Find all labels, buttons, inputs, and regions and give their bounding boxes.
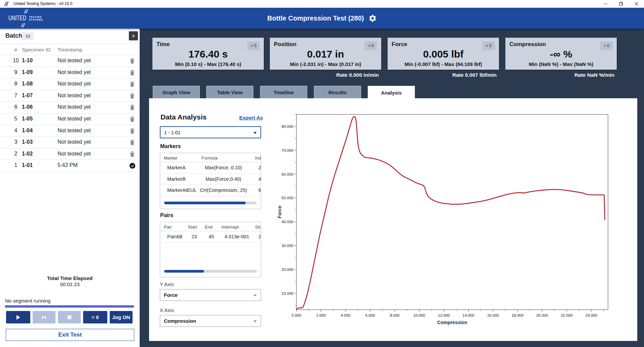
metric-value: 176.40 s	[152, 48, 264, 60]
batch-header: Batch 10 +	[0, 29, 140, 44]
svg-text:30.000: 30.000	[282, 244, 293, 248]
marker-row-MarkerAtEUL[interactable]: MarkerAtEULCH(Compression, 25)6	[160, 185, 261, 196]
specimen-row-1-03[interactable]: 31-03Not tested yet	[0, 137, 140, 148]
specimen-timestamp: Not tested yet	[58, 151, 91, 157]
step-button[interactable]	[33, 311, 56, 323]
specimen-row-1-05[interactable]: 51-05Not tested yet	[0, 113, 140, 125]
metric-rate-force: Rate 0.007 lbf/min	[388, 72, 499, 78]
stop-button[interactable]	[58, 311, 81, 323]
export-as-link[interactable]: Export As	[239, 115, 263, 120]
specimen-selector[interactable]: 1 - 1-01	[160, 126, 261, 138]
specimen-num: 5	[11, 116, 21, 122]
markers-heading: Markers	[160, 143, 181, 149]
svg-text:8.000: 8.000	[390, 313, 400, 317]
y-axis-selector[interactable]: Force	[160, 289, 261, 301]
minimize-button[interactable]	[598, 0, 613, 8]
delete-specimen-button[interactable]	[129, 81, 135, 87]
specimen-row-1-02[interactable]: 21-02Not tested yet	[0, 148, 140, 160]
pairs-scrollbar[interactable]	[164, 270, 257, 273]
metric-minmax: Min (NaN %) - Max (NaN %)	[505, 61, 617, 67]
pair-name: PairAB	[167, 234, 182, 239]
test-title: Bottle Compression Test (280)	[267, 14, 364, 22]
add-specimen-button[interactable]: +	[129, 31, 138, 40]
svg-text:16.000: 16.000	[487, 313, 499, 317]
metric-value: 0.017 in	[270, 48, 381, 60]
exit-test-button[interactable]: Exit Test	[6, 329, 134, 341]
specimen-row-1-08[interactable]: 81-08Not tested yet	[0, 78, 140, 90]
tab-table-view[interactable]: Table View	[206, 86, 253, 98]
marker-index: 6	[258, 187, 261, 193]
analysis-title: Data Analysis	[160, 113, 207, 121]
delete-specimen-button[interactable]	[129, 128, 135, 134]
chevron-down-icon	[253, 320, 257, 322]
specimen-timestamp: Not tested yet	[58, 116, 91, 122]
pair-intercept: 4.013e-001	[223, 234, 250, 239]
x-axis-value: Compression	[164, 318, 196, 324]
tab-graph-view[interactable]: Graph View	[153, 86, 200, 98]
metric-value: 0.005 lbf	[388, 48, 499, 60]
delete-specimen-button[interactable]	[129, 70, 135, 76]
close-button[interactable]	[629, 0, 644, 8]
specimen-row-1-06[interactable]: 61-06Not tested yet	[0, 102, 140, 113]
specimen-table-header: # Specimen ID Timestamp	[0, 44, 140, 55]
restore-button[interactable]	[613, 0, 629, 8]
trash-icon	[130, 81, 135, 87]
specimen-num: 9	[11, 69, 21, 75]
svg-text:0.000: 0.000	[292, 313, 301, 317]
svg-text:24.000: 24.000	[585, 313, 597, 317]
markers-scrollbar[interactable]	[164, 202, 257, 204]
specimen-row-1-04[interactable]: 41-04Not tested yet	[0, 125, 140, 137]
delete-specimen-button[interactable]	[129, 116, 135, 122]
svg-text:10.000: 10.000	[282, 291, 293, 296]
metric-card-position: Position= 00.017 inMin (-2.031 in) - Max…	[270, 38, 381, 70]
tab-analysis[interactable]: Analysis	[368, 86, 415, 99]
metric-value: -∞ %	[505, 48, 617, 60]
specimen-num: 2	[11, 151, 21, 157]
play-button[interactable]	[6, 311, 30, 323]
svg-text:4.000: 4.000	[341, 313, 351, 317]
svg-text:80.000: 80.000	[282, 125, 293, 129]
specimen-row-1-01[interactable]: 11-015:42 PM	[0, 160, 140, 172]
tab-results[interactable]: Results	[314, 86, 361, 98]
close-icon	[635, 2, 638, 6]
specimen-id: 1-09	[22, 69, 33, 75]
pairs-col-pair: Pair	[164, 224, 172, 230]
delete-specimen-button[interactable]	[129, 93, 135, 99]
trash-icon	[130, 70, 135, 75]
svg-text:6.000: 6.000	[365, 313, 375, 317]
zero-button[interactable]: = 0	[83, 311, 107, 323]
column-specimen-id: Specimen ID	[22, 47, 51, 53]
pairs-col-end: End	[203, 224, 215, 230]
specimen-id: 1-10	[22, 58, 33, 64]
tab-timeline[interactable]: Timeline	[260, 86, 307, 98]
svg-text:10.000: 10.000	[414, 313, 425, 317]
marker-row-MarkerA[interactable]: MarkerAMax(Force, 0.10)2	[160, 162, 261, 174]
specimen-row-1-07[interactable]: 71-07Not tested yet	[0, 90, 140, 102]
delete-specimen-button[interactable]	[129, 151, 135, 157]
delete-specimen-button[interactable]	[129, 139, 135, 145]
pairs-heading: Pairs	[160, 212, 173, 218]
markers-table-header: Marker Formula Index	[160, 153, 261, 162]
specimen-id: 1-03	[22, 139, 33, 145]
pair-end: 45	[205, 234, 218, 239]
delete-specimen-button[interactable]	[129, 104, 135, 110]
specimen-id: 1-08	[22, 81, 33, 87]
marker-row-MarkerB[interactable]: MarkerBMax(Force,0.40)4	[160, 174, 261, 185]
stop-icon	[68, 315, 71, 319]
pair-row-PairAB[interactable]: PairAB23454.013e-0012	[160, 231, 261, 243]
minimize-icon	[604, 2, 607, 6]
analysis-chart: 0.0002.0004.0006.0008.00010.00012.00014.…	[276, 111, 629, 333]
app-header: UNITED TESTINGSYSTEMS Bottle Compression…	[0, 8, 644, 29]
delete-specimen-button[interactable]	[129, 58, 135, 64]
y-axis-value: Force	[164, 292, 178, 298]
jog-button[interactable]: Jog ON	[110, 311, 133, 323]
x-axis-selector[interactable]: Compression	[160, 315, 261, 327]
specimen-num: 4	[11, 128, 21, 134]
marker-index: 4	[258, 176, 261, 182]
specimen-row-1-10[interactable]: 101-10Not tested yet	[0, 55, 140, 67]
metric-card-compression: Compression= 0-∞ %Min (NaN %) - Max (NaN…	[505, 38, 617, 70]
pairs-table: Pair Start End Intercept Slope PairAB234…	[160, 222, 261, 277]
specimen-row-1-09[interactable]: 91-09Not tested yet	[0, 67, 140, 79]
marker-name: MarkerB	[167, 176, 186, 182]
settings-gear-icon[interactable]	[368, 14, 377, 23]
